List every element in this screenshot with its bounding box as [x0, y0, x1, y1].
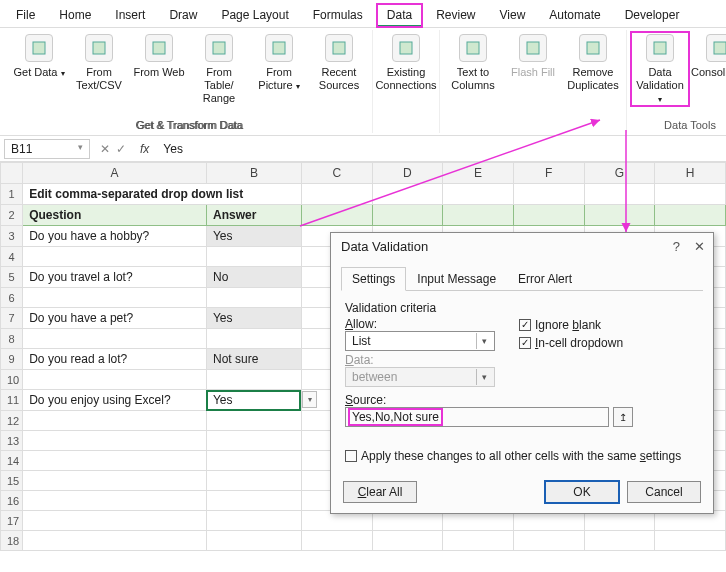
- name-box[interactable]: B11 ▾: [4, 139, 90, 159]
- cell-B4[interactable]: [206, 247, 301, 267]
- row-header-3[interactable]: 3: [1, 226, 23, 247]
- cell-G1[interactable]: [584, 184, 655, 205]
- cell-C1[interactable]: [301, 184, 372, 205]
- cell-B8[interactable]: [206, 329, 301, 349]
- cell-A14[interactable]: [23, 451, 207, 471]
- column-header-A[interactable]: A: [23, 163, 207, 184]
- row-header-6[interactable]: 6: [1, 288, 23, 308]
- cell-F18[interactable]: [513, 531, 584, 551]
- range-picker-icon[interactable]: ↥: [613, 407, 633, 427]
- recent-sources-button[interactable]: Recent Sources: [310, 32, 368, 105]
- cell-B6[interactable]: [206, 288, 301, 308]
- row-header-2[interactable]: 2: [1, 205, 23, 226]
- from-text-csv-button[interactable]: From Text/CSV: [70, 32, 128, 105]
- cell-A10[interactable]: [23, 370, 207, 390]
- cell-A13[interactable]: [23, 431, 207, 451]
- cell-A2[interactable]: Question: [23, 205, 207, 226]
- column-header-H[interactable]: H: [655, 163, 726, 184]
- cell-A18[interactable]: [23, 531, 207, 551]
- column-header-E[interactable]: E: [443, 163, 514, 184]
- tab-draw[interactable]: Draw: [159, 4, 207, 27]
- from-picture-button[interactable]: From Picture ▾: [250, 32, 308, 105]
- cancel-button[interactable]: Cancel: [627, 481, 701, 503]
- cell-A7[interactable]: Do you have a pet?: [23, 308, 207, 329]
- cell-dropdown-handle[interactable]: ▾: [302, 391, 317, 408]
- row-header-8[interactable]: 8: [1, 329, 23, 349]
- row-header-5[interactable]: 5: [1, 267, 23, 288]
- get-data-button[interactable]: Get Data ▾: [10, 32, 68, 105]
- close-icon[interactable]: ✕: [694, 239, 705, 254]
- row-header-14[interactable]: 14: [1, 451, 23, 471]
- column-header-D[interactable]: D: [372, 163, 443, 184]
- cell-B14[interactable]: [206, 451, 301, 471]
- cell-E18[interactable]: [443, 531, 514, 551]
- cell-D1[interactable]: [372, 184, 443, 205]
- cell-C18[interactable]: [301, 531, 372, 551]
- tab-automate[interactable]: Automate: [539, 4, 610, 27]
- cell-G2[interactable]: [584, 205, 655, 226]
- ok-button[interactable]: OK: [545, 481, 619, 503]
- cell-E1[interactable]: [443, 184, 514, 205]
- consolidate-button[interactable]: Consolidate: [691, 32, 726, 106]
- cell-F2[interactable]: [513, 205, 584, 226]
- row-header-11[interactable]: 11: [1, 390, 23, 411]
- row-header-1[interactable]: 1: [1, 184, 23, 205]
- column-header-B[interactable]: B: [206, 163, 301, 184]
- formula-value[interactable]: Yes: [157, 140, 726, 158]
- cancel-formula-icon[interactable]: ✕: [100, 142, 110, 156]
- tab-data[interactable]: Data: [377, 4, 422, 27]
- row-header-9[interactable]: 9: [1, 349, 23, 370]
- tab-review[interactable]: Review: [426, 4, 485, 27]
- clear-all-button[interactable]: Clear All: [343, 481, 417, 503]
- cell-H18[interactable]: [655, 531, 726, 551]
- row-header-16[interactable]: 16: [1, 491, 23, 511]
- cell-A1[interactable]: Edit comma-separated drop down list: [23, 184, 302, 205]
- cell-B16[interactable]: [206, 491, 301, 511]
- dialog-tab-error-alert[interactable]: Error Alert: [507, 267, 583, 291]
- cell-B18[interactable]: [206, 531, 301, 551]
- tab-file[interactable]: File: [6, 4, 45, 27]
- accept-formula-icon[interactable]: ✓: [116, 142, 126, 156]
- cell-G18[interactable]: [584, 531, 655, 551]
- from-table-range-button[interactable]: From Table/ Range: [190, 32, 248, 105]
- cell-A16[interactable]: [23, 491, 207, 511]
- tab-view[interactable]: View: [490, 4, 536, 27]
- cell-A3[interactable]: Do you have a hobby?: [23, 226, 207, 247]
- cell-C2[interactable]: [301, 205, 372, 226]
- cell-B10[interactable]: [206, 370, 301, 390]
- cell-A15[interactable]: [23, 471, 207, 491]
- cell-H1[interactable]: [655, 184, 726, 205]
- row-header-4[interactable]: 4: [1, 247, 23, 267]
- cell-D2[interactable]: [372, 205, 443, 226]
- cell-B2[interactable]: Answer: [206, 205, 301, 226]
- help-icon[interactable]: ?: [673, 239, 680, 254]
- cell-B11[interactable]: Yes: [206, 390, 301, 411]
- from-web-button[interactable]: From Web: [130, 32, 188, 105]
- cell-A9[interactable]: Do you read a lot?: [23, 349, 207, 370]
- row-header-12[interactable]: 12: [1, 411, 23, 431]
- ignore-blank-checkbox[interactable]: ✓ Ignore blank: [519, 318, 623, 332]
- cell-B13[interactable]: [206, 431, 301, 451]
- apply-to-all-checkbox[interactable]: Apply these changes to all other cells w…: [345, 449, 699, 463]
- row-header-7[interactable]: 7: [1, 308, 23, 329]
- cell-A17[interactable]: [23, 511, 207, 531]
- cell-B3[interactable]: Yes: [206, 226, 301, 247]
- cell-E2[interactable]: [443, 205, 514, 226]
- cell-A5[interactable]: Do you travel a lot?: [23, 267, 207, 288]
- text-to-columns-button[interactable]: Text to Columns: [444, 32, 502, 92]
- cell-A12[interactable]: [23, 411, 207, 431]
- dialog-tab-input-message[interactable]: Input Message: [406, 267, 507, 291]
- cell-B17[interactable]: [206, 511, 301, 531]
- column-header-G[interactable]: G: [584, 163, 655, 184]
- row-header-17[interactable]: 17: [1, 511, 23, 531]
- fx-icon[interactable]: fx: [132, 142, 157, 156]
- dialog-tab-settings[interactable]: Settings: [341, 267, 406, 291]
- cell-A6[interactable]: [23, 288, 207, 308]
- row-header-13[interactable]: 13: [1, 431, 23, 451]
- row-header-15[interactable]: 15: [1, 471, 23, 491]
- cell-B9[interactable]: Not sure: [206, 349, 301, 370]
- cell-B5[interactable]: No: [206, 267, 301, 288]
- row-header-10[interactable]: 10: [1, 370, 23, 390]
- tab-insert[interactable]: Insert: [105, 4, 155, 27]
- select-all-corner[interactable]: [1, 163, 23, 184]
